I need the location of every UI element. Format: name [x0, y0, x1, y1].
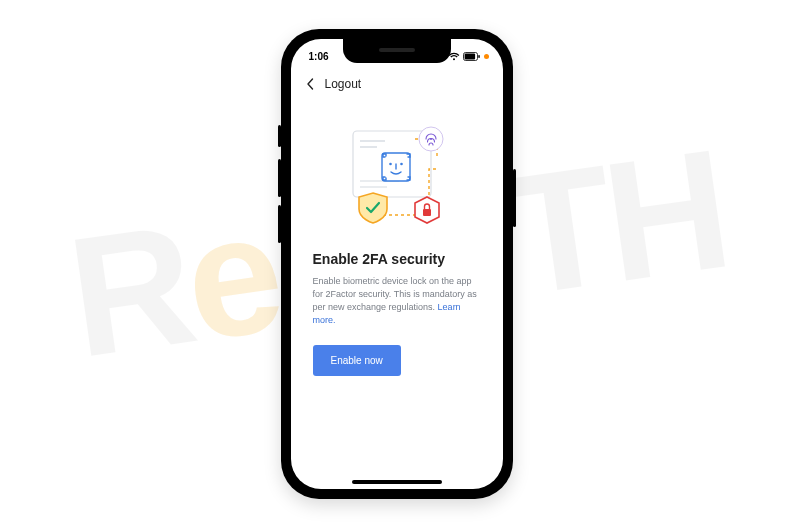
nav-title: Logout: [325, 77, 362, 91]
lock-icon: [415, 197, 439, 223]
nav-bar: Logout: [291, 67, 503, 99]
phone-screen: 1:06 Logout: [291, 39, 503, 489]
face-id-icon: [382, 153, 410, 181]
phone-frame: 1:06 Logout: [281, 29, 513, 499]
security-illustration: [327, 117, 467, 237]
chevron-left-icon: [306, 78, 314, 90]
page-heading: Enable 2FA security: [313, 251, 481, 267]
shield-check-icon: [359, 193, 387, 223]
back-button[interactable]: [305, 77, 315, 91]
enable-now-button[interactable]: Enable now: [313, 345, 401, 376]
notch: [343, 39, 451, 63]
battery-icon: [463, 52, 481, 61]
svg-rect-6: [478, 55, 480, 58]
svg-rect-19: [423, 209, 431, 216]
status-time: 1:06: [309, 51, 329, 62]
svg-point-14: [400, 163, 403, 166]
recording-indicator-icon: [484, 54, 489, 59]
page-description: Enable biometric device lock on the app …: [313, 275, 481, 327]
svg-point-13: [389, 163, 392, 166]
fingerprint-icon: [419, 127, 443, 151]
svg-rect-5: [464, 54, 475, 60]
home-indicator[interactable]: [352, 480, 442, 484]
svg-point-17: [430, 138, 432, 140]
